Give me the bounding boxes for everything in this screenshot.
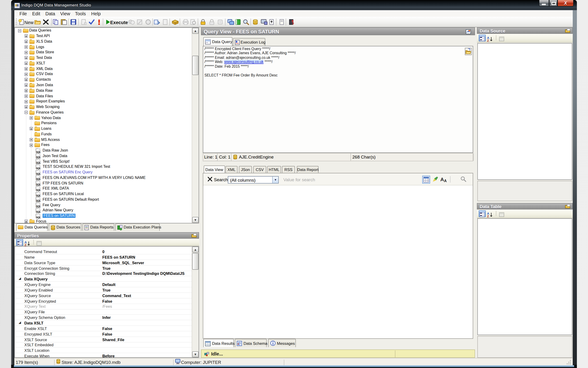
svg-text:Z: Z [487,39,489,42]
svg-text:A: A [440,177,444,182]
svg-text:Z: Z [25,243,26,246]
svg-text:Z: Z [487,215,489,217]
svg-text:4: 4 [237,342,239,345]
svg-text:A: A [444,179,447,183]
